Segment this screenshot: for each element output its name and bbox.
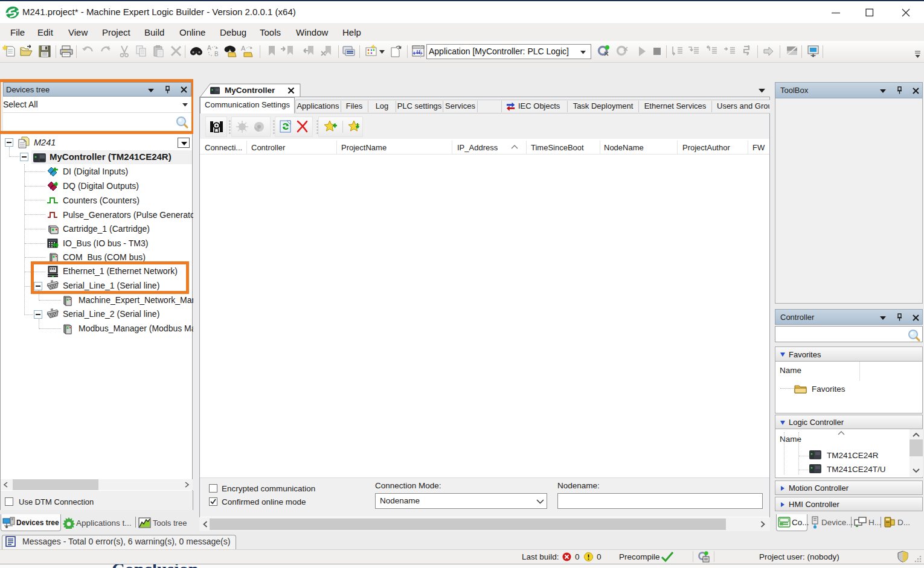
- svg-text:A: A: [207, 45, 211, 51]
- svg-text:B: B: [214, 51, 219, 57]
- svg-text:A: A: [241, 45, 246, 52]
